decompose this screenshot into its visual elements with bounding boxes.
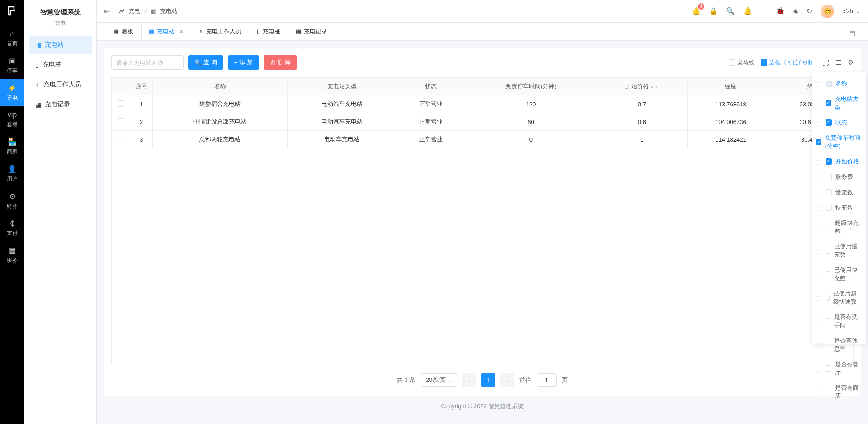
drag-icon[interactable]: ⬚ — [816, 224, 822, 231]
drag-icon[interactable]: ⬚ — [816, 389, 822, 395]
table-row[interactable]: 2 中晴建设总部充电站 电动汽车充电站 正常营业 60 0.6 104.0067… — [112, 113, 853, 131]
colset-item[interactable]: ⬚已使用慢充数 — [812, 239, 866, 262]
tab-充电工作人员[interactable]: ♀充电工作人员 — [191, 22, 249, 40]
drag-icon[interactable]: ⬚ — [816, 248, 822, 254]
colset-checkbox[interactable] — [826, 158, 832, 165]
colset-item[interactable]: ⬚快充数 — [812, 200, 866, 215]
delete-button[interactable]: 🗑删 除 — [264, 55, 297, 70]
refresh-icon[interactable]: ↻ — [807, 7, 812, 15]
fullscreen-icon[interactable]: ⛶ — [760, 7, 768, 15]
drag-icon[interactable]: ⬚ — [816, 205, 822, 211]
rail-item-套餐[interactable]: vip套餐 — [0, 106, 24, 133]
colset-item[interactable]: 免费停车时间(分钟) — [812, 130, 866, 154]
clear-icon[interactable]: ◈ — [793, 7, 798, 15]
tab-充电记录[interactable]: ▦充电记录 — [288, 22, 335, 40]
user-menu[interactable]: cfzh ⌄ — [842, 8, 861, 14]
drag-icon[interactable]: ⬚ — [816, 81, 822, 87]
table-row[interactable]: 1 建委宿舍充电站 电动汽车充电站 正常营业 120 0.7 113.76861… — [112, 95, 853, 113]
colset-checkbox[interactable] — [826, 389, 831, 395]
rail-item-首页[interactable]: ⌂首页 — [0, 25, 24, 52]
row-checkbox[interactable] — [118, 100, 124, 107]
colset-item[interactable]: ⬚是否有休息室 — [812, 333, 866, 357]
rail-item-用户[interactable]: 👤用户 — [0, 160, 24, 187]
colset-item[interactable]: ⬚已使用超级快速数 — [812, 286, 866, 310]
colset-checkbox[interactable] — [826, 100, 831, 106]
bell-icon[interactable]: 🔔 — [743, 7, 752, 15]
tabs-grid-icon[interactable]: ▦ — [846, 26, 859, 40]
drag-icon[interactable]: ⬚ — [816, 189, 822, 196]
expand-icon[interactable]: ⛶ — [822, 59, 829, 67]
colset-checkbox[interactable] — [826, 205, 832, 211]
colset-item[interactable]: ⬚是否有餐厅 — [812, 357, 866, 380]
goto-input[interactable] — [537, 373, 557, 387]
avatar[interactable]: 😊 — [821, 5, 834, 18]
colset-item[interactable]: ⬚充电站类型 — [812, 91, 866, 115]
drag-icon[interactable]: ⬚ — [816, 365, 822, 372]
colset-checkbox[interactable] — [826, 174, 832, 180]
breadcrumb-a[interactable]: 充电 — [128, 7, 140, 15]
colset-checkbox[interactable] — [826, 224, 831, 230]
page-number[interactable]: 1 — [481, 373, 495, 387]
notification-icon[interactable]: 🔔3 — [692, 7, 701, 15]
colset-item[interactable]: ⬚慢充数 — [812, 185, 866, 200]
tab-充电站[interactable]: ▦充电站✕ — [141, 22, 191, 40]
settings-list-icon[interactable]: ☰ — [835, 58, 841, 67]
border-checkbox[interactable]: 边框（可拉伸列） — [761, 58, 816, 67]
colset-item[interactable]: ⬚服务费 — [812, 169, 866, 185]
lock-icon[interactable]: 🔒 — [709, 7, 718, 15]
colset-checkbox[interactable] — [826, 318, 830, 324]
sidebar-item-充电桩[interactable]: ▯充电桩 — [29, 56, 92, 74]
drag-icon[interactable]: ⬚ — [816, 342, 822, 348]
row-checkbox[interactable] — [118, 118, 124, 124]
close-icon[interactable]: ✕ — [179, 29, 184, 35]
column-header[interactable]: 开始价格▲▼ — [596, 78, 688, 95]
drag-icon[interactable]: ⬚ — [816, 100, 822, 107]
colset-checkbox[interactable] — [816, 139, 821, 145]
drag-icon[interactable]: ⬚ — [816, 174, 822, 181]
page-size-select[interactable]: 20条/页 — [421, 373, 457, 387]
add-button[interactable]: +添 加 — [228, 55, 259, 70]
colset-checkbox[interactable] — [826, 81, 832, 87]
drag-icon[interactable]: ⬚ — [816, 271, 822, 278]
tab-充电桩[interactable]: ▯充电桩 — [249, 22, 288, 40]
colset-item[interactable]: ⬚已使用快充数 — [812, 262, 866, 286]
drag-icon[interactable]: ⬚ — [816, 119, 822, 126]
page-prev[interactable]: ‹ — [462, 373, 476, 387]
colset-checkbox[interactable] — [826, 342, 830, 348]
gear-icon[interactable]: ⚙ — [848, 58, 854, 67]
drag-icon[interactable]: ⬚ — [816, 158, 822, 165]
rail-item-停车[interactable]: ▣停车 — [0, 52, 24, 79]
zebra-checkbox[interactable]: 斑马纹 — [729, 58, 755, 67]
colset-checkbox[interactable] — [826, 365, 831, 372]
drag-icon[interactable]: ⬚ — [816, 318, 822, 325]
collapse-icon[interactable]: ⇤ — [104, 7, 110, 15]
page-next[interactable]: › — [500, 373, 514, 387]
colset-item[interactable]: ⬚是否有洗手间 — [812, 310, 866, 333]
colset-item[interactable]: ⬚状态 — [812, 115, 866, 130]
rail-item-财务[interactable]: ⊙财务 — [0, 187, 24, 214]
colset-checkbox[interactable] — [826, 295, 830, 301]
colset-checkbox[interactable] — [826, 119, 832, 126]
colset-item[interactable]: ⬚名称 — [812, 76, 866, 91]
colset-item[interactable]: ⬚开始价格 — [812, 154, 866, 169]
search-input[interactable] — [111, 55, 184, 70]
query-button[interactable]: 🔍查 询 — [188, 55, 223, 70]
sidebar-item-充电工作人员[interactable]: ♀充电工作人员 — [29, 76, 92, 94]
sidebar-item-充电站[interactable]: ▦充电站 — [29, 36, 92, 54]
colset-checkbox[interactable] — [826, 189, 832, 195]
tab-看板[interactable]: ▦看板 — [106, 22, 141, 40]
colset-item[interactable]: ⬚超级快充数 — [812, 215, 866, 239]
colset-checkbox[interactable] — [826, 248, 830, 254]
table-row[interactable]: 3 总部两轮充电站 电动车充电站 正常营业 0 1 114.182421 30.… — [112, 131, 853, 148]
rail-item-商家[interactable]: 🏪商家 — [0, 133, 24, 160]
debug-icon[interactable]: 🐞 — [776, 7, 785, 15]
colset-item[interactable]: ⬚是否有商店 — [812, 380, 866, 404]
drag-icon[interactable]: ⬚ — [816, 295, 822, 301]
rail-item-支付[interactable]: ₵支付 — [0, 214, 24, 242]
search-icon[interactable]: 🔍 — [726, 7, 735, 15]
sidebar-item-充电记录[interactable]: ▦充电记录 — [29, 95, 92, 114]
select-all-checkbox[interactable] — [118, 83, 124, 89]
rail-item-充电[interactable]: ⚡充电 — [0, 79, 24, 106]
rail-item-服务[interactable]: ▤服务 — [0, 242, 24, 269]
colset-checkbox[interactable] — [826, 271, 830, 277]
